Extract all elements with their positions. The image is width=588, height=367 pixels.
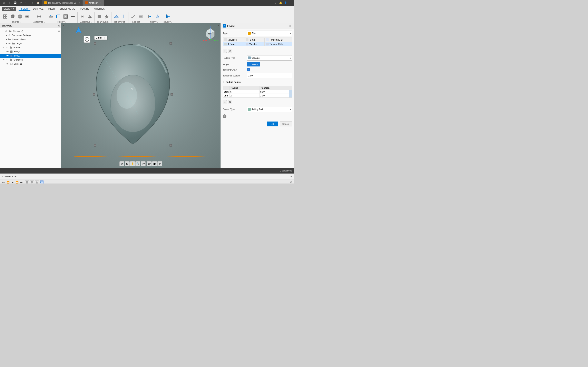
modify-btn-2[interactable] bbox=[54, 12, 62, 21]
tab-mesh[interactable]: MESH bbox=[46, 7, 57, 11]
canvas-area[interactable]: ∮ 2 mm ⋮ TOP X bbox=[61, 23, 221, 168]
configure-btn-2[interactable] bbox=[103, 12, 111, 21]
canvas-zoom-btn[interactable]: 🔍 bbox=[135, 161, 140, 166]
cancel-button[interactable]: Cancel bbox=[280, 122, 292, 126]
undo-icon[interactable]: ↩ bbox=[19, 1, 23, 5]
canvas-orbit-btn[interactable]: ⟳▾ bbox=[141, 161, 146, 166]
browser-collapse-icon[interactable]: ◀ bbox=[58, 24, 60, 27]
tl-end-btn[interactable]: ⏭ bbox=[20, 180, 23, 184]
tab-plastic[interactable]: PLASTIC bbox=[78, 7, 92, 11]
start-pos-input[interactable] bbox=[260, 91, 288, 93]
viewport-cube[interactable]: TOP X Y Z bbox=[202, 25, 218, 42]
add-edge-button[interactable]: + bbox=[223, 49, 227, 53]
timeline-icon-2[interactable] bbox=[30, 180, 34, 184]
construct-btn-2[interactable] bbox=[120, 12, 127, 21]
tree-item-body1[interactable]: 👁 Body1 bbox=[0, 50, 61, 54]
start-pos-cell[interactable] bbox=[259, 90, 289, 94]
radius-points-header[interactable]: ▼ Radius Points bbox=[223, 80, 292, 84]
account-icon[interactable]: 👤 bbox=[283, 1, 287, 5]
tl-next-btn[interactable]: ⏩ bbox=[15, 180, 19, 184]
tree-item-unsaved[interactable]: ▼ 👁 (Unsaved) 👁 bbox=[0, 29, 61, 33]
design-button[interactable]: DESIGN ▾ bbox=[2, 7, 16, 11]
insert-btn-1[interactable] bbox=[147, 12, 154, 21]
tree-item-doc-settings[interactable]: ▶ ⚙ Document Settings bbox=[0, 33, 61, 37]
tab-utilities[interactable]: UTILITIES bbox=[92, 7, 107, 11]
radius-type-select[interactable]: Variable ▾ bbox=[247, 55, 292, 60]
timeline-settings-icon[interactable]: ⚙ bbox=[290, 181, 292, 184]
construct-btn-1[interactable] bbox=[113, 12, 120, 21]
tree-item-named-views[interactable]: ▶ Named Views bbox=[0, 37, 61, 42]
create-btn-4[interactable] bbox=[24, 12, 31, 21]
configure-btn[interactable] bbox=[96, 12, 103, 21]
canvas-visual-btn[interactable]: ◨▾ bbox=[152, 161, 157, 166]
modify-btn-1[interactable] bbox=[47, 12, 54, 21]
tangency-weight-input[interactable] bbox=[247, 73, 292, 78]
add-radius-button[interactable]: + bbox=[223, 100, 227, 104]
type-select[interactable]: Fillet ▾ bbox=[247, 31, 292, 36]
home-icon[interactable]: 🏠 bbox=[36, 1, 40, 5]
select-btn-tb[interactable] bbox=[164, 12, 172, 21]
comments-add-icon[interactable]: + bbox=[291, 175, 292, 178]
start-radius-input[interactable] bbox=[230, 91, 258, 93]
tl-prev-btn[interactable]: ⏪ bbox=[6, 180, 10, 184]
tab-untitled[interactable]: Untitled* ✕ bbox=[83, 0, 104, 6]
edges-select-button[interactable]: ↖ Select bbox=[247, 62, 260, 67]
info-button[interactable]: i bbox=[223, 114, 226, 118]
tab-sheetmetal[interactable]: SHEET METAL bbox=[57, 7, 78, 11]
canvas-view-btn-2[interactable]: ⊞ bbox=[125, 161, 130, 166]
assemble-btn-2[interactable] bbox=[86, 12, 94, 21]
tab-lampshade[interactable]: 🔶 fab academy- lampshade v1 ✕ bbox=[42, 0, 83, 6]
tab-surface[interactable]: SURFACE bbox=[30, 7, 46, 11]
start-radius-cell[interactable] bbox=[229, 90, 259, 94]
canvas-view-btn-3[interactable]: ✋ bbox=[130, 161, 135, 166]
tree-item-sketch1[interactable]: 👁 Sketch1 bbox=[0, 62, 61, 66]
help-icon[interactable]: ? bbox=[274, 1, 278, 5]
assemble-btn-1[interactable] bbox=[79, 12, 86, 21]
inspect-btn-2[interactable] bbox=[137, 12, 144, 21]
save-icon[interactable]: 💾 bbox=[13, 1, 17, 5]
inspect-btn[interactable] bbox=[130, 12, 137, 21]
tree-item-sketches[interactable]: ▼ 👁 Sketches bbox=[0, 58, 61, 62]
canvas-view-btn-1[interactable]: ⊕ bbox=[120, 161, 124, 166]
more-icon[interactable]: ⋯ bbox=[288, 1, 292, 5]
timeline-icon-3[interactable] bbox=[35, 180, 39, 184]
measure-options-icon[interactable]: ⋮ bbox=[103, 36, 105, 39]
end-radius-input[interactable] bbox=[230, 94, 258, 97]
create-btn-1[interactable] bbox=[2, 12, 9, 21]
remove-edge-button[interactable]: ✕ bbox=[228, 49, 232, 53]
end-pos-cell[interactable] bbox=[259, 94, 289, 98]
tab-lampshade-close[interactable]: ✕ bbox=[78, 2, 80, 4]
ok-button[interactable]: OK bbox=[267, 122, 278, 126]
redo-icon[interactable]: ↪ bbox=[25, 1, 29, 5]
canvas-display-btn[interactable]: ▣▾ bbox=[147, 161, 152, 166]
remove-radius-button[interactable]: ✕ bbox=[228, 100, 232, 104]
end-pos-input[interactable] bbox=[260, 94, 288, 97]
forward-icon[interactable]: ⟩ bbox=[30, 1, 34, 5]
tab-solid[interactable]: SOLID bbox=[18, 7, 30, 11]
tree-item-bodies[interactable]: ▼ 👁 Bodies bbox=[0, 45, 61, 50]
tab-untitled-close[interactable]: ✕ bbox=[100, 2, 102, 4]
settings-icon[interactable]: ≡ bbox=[7, 1, 11, 5]
canvas-grid-btn[interactable]: ⊞▾ bbox=[157, 161, 162, 166]
corner-type-select[interactable]: Rolling Ball ▾ bbox=[247, 107, 292, 112]
tree-item-origin[interactable]: ▶ 👁 Origin bbox=[0, 42, 61, 45]
timeline-icon-active[interactable] bbox=[40, 180, 44, 184]
create-btn-2[interactable] bbox=[9, 12, 16, 21]
grid-icon[interactable]: ⊞ bbox=[2, 1, 6, 5]
modify-btn-3[interactable] bbox=[62, 12, 69, 21]
tl-play-btn[interactable]: ▶ bbox=[11, 180, 14, 184]
tree-item-body2[interactable]: 👁 Body2 bbox=[0, 54, 61, 58]
create-btn-3[interactable] bbox=[16, 12, 24, 21]
end-radius-cell[interactable] bbox=[229, 94, 259, 98]
timeline-icon-1[interactable] bbox=[25, 180, 29, 184]
tl-start-btn[interactable]: ⏮ bbox=[2, 180, 5, 184]
new-tab-icon[interactable]: + bbox=[104, 0, 108, 4]
tangent-chain-checkbox[interactable]: ✓ bbox=[247, 68, 250, 71]
automate-btn[interactable] bbox=[35, 12, 43, 21]
notification-icon[interactable]: 🔔 bbox=[278, 1, 283, 5]
edge-row-2[interactable]: 1 Edge Variable Tangen bbox=[223, 42, 292, 46]
modify-btn-4[interactable] bbox=[69, 12, 77, 21]
fillet-expand-icon[interactable]: ≫ bbox=[289, 25, 292, 27]
insert-btn-2[interactable] bbox=[154, 12, 161, 21]
edge-row-1[interactable]: 2 Edges 5 mm Tangent ( bbox=[223, 38, 292, 42]
